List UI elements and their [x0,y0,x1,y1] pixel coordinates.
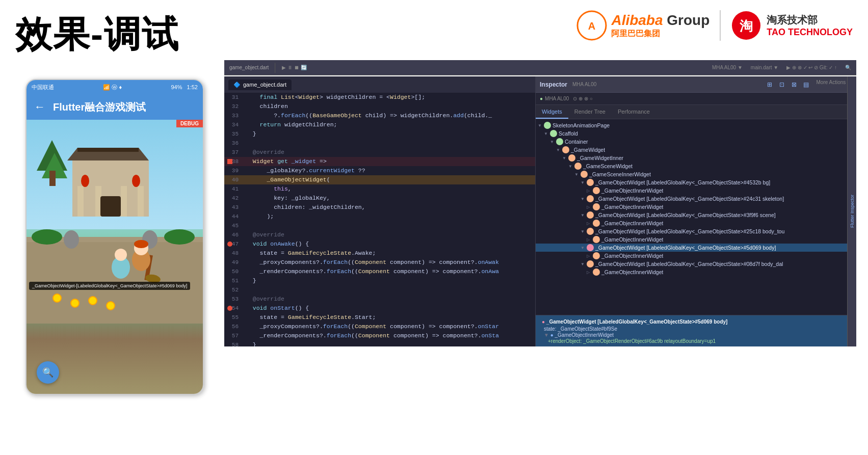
tree-item-gamewidgetinner[interactable]: ▼ _GameWidgetInner [536,154,856,162]
icon-go-inner-body-selected [593,252,600,259]
battery-time: 94% 1:52 [171,84,198,90]
ide-run-button[interactable]: ▶ ⊕ ⊗ ✓ ↩ ⊘ Git: ✓ ↑ [786,65,837,70]
tab-label: game_object.dart [243,82,286,88]
icon-go-body-selected [587,244,594,251]
tree-item-go-inner-body-dal[interactable]: ▷ _GameObjectInnerWidget [536,268,856,276]
alibaba-brand: Alibaba [611,12,663,28]
svg-point-22 [164,229,195,245]
svg-rect-6 [49,171,56,186]
search-fab[interactable]: 🔍 [37,361,59,384]
tree-item-go-scene[interactable]: ▼ _GameObjectWidget [LabeledGlobalKey<_G… [536,211,856,219]
flutter-inspector-side-label: Flutter Inspector [850,195,855,228]
file-breadcrumb: game_object.dart [229,65,269,70]
subtab-widgets[interactable]: Widgets [536,105,568,119]
arrow-gamesceneinnerwidget: ▼ [574,172,581,177]
code-line-58: 58 } [224,340,535,346]
arrow-go-inner-skeleton: ▷ [587,205,593,209]
label-gamewidget: _GameWidget [571,147,605,153]
tree-item-go-body-dal[interactable]: ▼ _GameObjectWidget [LabeledGlobalKey<_G… [536,260,856,268]
toolbar-icon-2[interactable]: ⊡ [777,79,787,90]
widget-tooltip: _GameObjectWidget-[LabeledGlobalKey<_Gam… [29,282,190,290]
phone-mockup: 中国联通 📶 ⓦ ♦ 94% 1:52 ← Flutter融合游戏测试 DEBU… [25,79,204,395]
arrow-go-body-selected: ▼ [581,246,587,250]
inspector-toolbar-icons: ⊞ ⊡ ⊠ ▤ More Actions ▼ [765,79,852,90]
code-line-40: 40 _GameObjectWidget( [224,175,535,184]
label-gamescenewidget: _GameSceneWidget [583,163,633,169]
code-line-31: 31 final List<Widget> widgetChildren = <… [224,93,535,102]
arrow-gamewidget: ▼ [556,148,562,152]
ide-file-selector: main.dart ▼ [751,65,778,70]
toolbar-icon-1[interactable]: ⊞ [765,79,775,90]
icon-gamesceneinnerwidget [581,171,588,178]
label-skeleton: SkeletonAnimationPage [553,122,610,128]
arrow-gamescenewidget: ▼ [568,164,574,169]
alibaba-icon: A [576,10,607,41]
inspector-device: MHA AL00 [572,82,596,87]
arrow-scaffold: ▼ [544,131,550,136]
code-tab-bar: 🔷 game_object.dart [224,76,535,93]
ide-top-toolbar: game_object.dart │ ▶ ⏸ ⏹ 🔄 MHA AL00 ▼ ma… [224,60,856,75]
toolbar-icon-4[interactable]: ▤ [801,79,811,90]
svg-rect-13 [121,186,127,217]
tree-item-gamewidget[interactable]: ▼ _GameWidget [536,146,856,154]
tree-item-go-inner-bg[interactable]: ▷ _GameObjectInnerWidget [536,186,856,195]
svg-point-19 [64,230,79,249]
label-go-inner-body-selected: _GameObjectInnerWidget [601,253,663,259]
icon-go-skeleton [587,195,594,202]
arrow-go-inner-bg: ▷ [587,189,593,193]
title-area: 效果-调试 [15,10,179,59]
icon-skeleton [544,122,551,129]
label-go-inner-scene: _GameObjectInnerWidget [601,220,663,226]
tree-item-go-inner-body-tou[interactable]: ▷ _GameObjectInnerWidget [536,235,856,244]
subtab-render-tree[interactable]: Render Tree [568,105,612,119]
alibaba-text: Alibaba Group 阿里巴巴集团 [611,12,709,39]
icon-go-body-dal [587,260,594,267]
carrier: 中国联通 [32,84,54,91]
tree-item-gamescenewidget[interactable]: ▼ _GameSceneWidget [536,162,856,170]
divider: │ [273,63,278,72]
arrow-go-inner-scene: ▷ [587,221,593,226]
svg-point-16 [132,175,140,187]
tree-item-go-inner-scene[interactable]: ▷ _GameObjectInnerWidget [536,219,856,227]
ide-controls: ▶ ⏸ ⏹ 🔄 [282,65,306,70]
code-tab-game-object[interactable]: 🔷 game_object.dart [228,79,292,90]
detail-selected-widget: ● _GameObjectWidget [LabeledGlobalKey<_G… [540,318,852,326]
code-line-46: 46 @override [224,230,535,239]
tree-item-skeleton[interactable]: ▼ SkeletonAnimationPage [536,121,856,129]
label-scaffold: Scaffold [559,130,578,137]
logo-area: A Alibaba Group 阿里巴巴集团 淘 淘系技术部 TAO TECHN… [576,10,853,41]
back-button[interactable]: ← [34,100,45,114]
detail-render-object: +renderObject: _GameObjectRenderObject#6… [540,338,852,344]
alibaba-group: Group [667,12,709,28]
tree-item-go-bg[interactable]: ▼ _GameObjectWidget [LabeledGlobalKey<_G… [536,178,856,186]
arrow-gamewidgetinner: ▼ [562,156,568,160]
flutter-inspector-side-tab[interactable]: Flutter Inspector [847,76,856,346]
code-panel: 🔷 game_object.dart 31 final List<Widget>… [224,76,535,346]
svg-rect-9 [77,148,139,152]
code-line-52: 52 [224,285,535,295]
icon-scaffold [550,130,557,137]
tree-item-go-inner-body-selected[interactable]: ▷ _GameObjectInnerWidget [536,252,856,260]
toolbar-icon-3[interactable]: ⊠ [789,79,799,90]
phone-status-bar: 中国联通 📶 ⓦ ♦ 94% 1:52 [27,80,203,94]
subtab-performance[interactable]: Performance [612,105,656,119]
tree-item-go-inner-skeleton[interactable]: ▷ _GameObjectInnerWidget [536,203,856,211]
detail-child: ▼ ● _GameObjectInnerWidget [540,332,852,338]
debug-badge: DEBUG [176,120,203,127]
tab-icon: 🔷 [233,82,241,88]
tree-item-go-skeleton[interactable]: ▼ _GameObjectWidget [LabeledGlobalKey<_G… [536,195,856,203]
tree-item-scaffold[interactable]: ▼ Scaffold [536,129,856,138]
detail-widget-label: _GameObjectWidget [LabeledGlobalKey<_Gam… [546,319,728,325]
time: 1:52 [187,84,198,90]
arrow-go-skeleton: ▼ [581,197,587,201]
ide-search-icon[interactable]: 🔍 [845,65,851,70]
tree-item-go-body-selected[interactable]: ▼ _GameObjectWidget [LabeledGlobalKey<_G… [536,244,856,252]
tree-item-go-body-tou[interactable]: ▼ _GameObjectWidget [LabeledGlobalKey<_G… [536,227,856,235]
phone-game-area: DEBUG [27,120,203,394]
tree-item-gamesceneinnerwidget[interactable]: ▼ _GameSceneInnerWidget [536,170,856,178]
svg-point-34 [89,297,97,305]
tree-item-container[interactable]: ▼ Container [536,138,856,146]
bp-dot-54 [227,306,232,311]
svg-point-33 [71,299,79,307]
widget-tree: ▼ SkeletonAnimationPage ▼ Scaffold ▼ Con… [536,119,856,315]
